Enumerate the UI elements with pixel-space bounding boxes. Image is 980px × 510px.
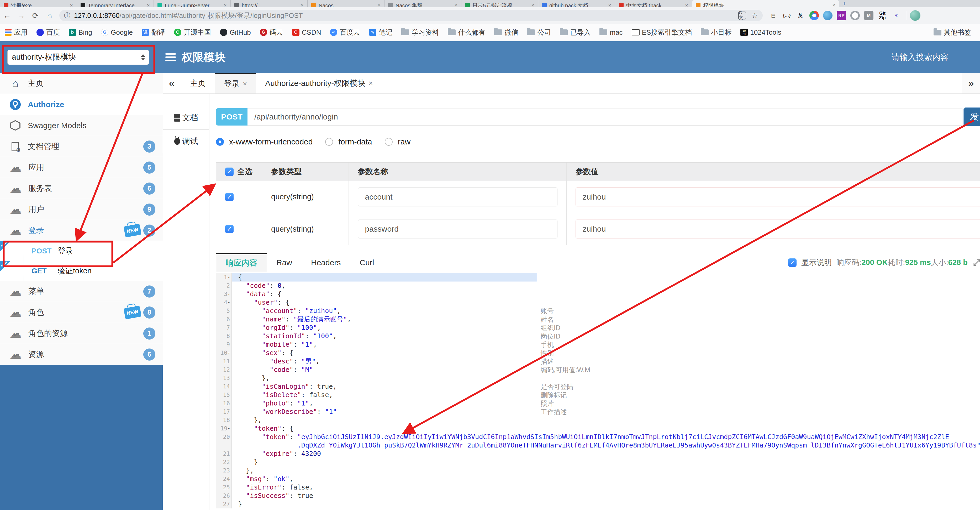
sidebar-item-Authorize[interactable]: Authorize xyxy=(0,94,163,115)
browser-tab[interactable]: https://...× xyxy=(231,0,308,7)
bookmark-star-icon[interactable]: ☆ xyxy=(751,11,758,20)
bookmark-item[interactable]: GitHub xyxy=(220,29,251,37)
translate-icon[interactable]: G文 xyxy=(738,11,746,19)
browser-tab[interactable]: Luna - JumpServer× xyxy=(154,0,231,7)
translate-en-extension-icon[interactable]: 英 xyxy=(796,11,805,20)
bookmark-item[interactable]: ✎笔记 xyxy=(369,28,392,37)
bookmark-item[interactable]: 微信 xyxy=(494,28,518,37)
browser-tab[interactable]: Temporary Interface× xyxy=(77,0,154,7)
browser-tab[interactable]: github pack 文档× xyxy=(538,0,615,7)
tab-close-icon[interactable]: × xyxy=(70,2,73,8)
doc-tab-主页[interactable]: 主页 xyxy=(181,73,215,94)
chrome-extension-icon[interactable] xyxy=(810,11,819,20)
param-value-input[interactable]: zuihou xyxy=(576,188,980,206)
bookmark-item[interactable]: ES搜索引擎文档 xyxy=(632,28,692,37)
gitzip-extension-icon[interactable]: Git Zip xyxy=(878,11,887,20)
tab-close-icon[interactable]: × xyxy=(243,80,247,88)
checkbox-checked-icon[interactable]: ✓ xyxy=(225,167,234,176)
send-button[interactable]: 发 xyxy=(964,107,980,126)
tab-close-icon[interactable]: × xyxy=(147,2,150,8)
header-search-input[interactable]: 请输入搜索内容 xyxy=(892,52,948,63)
radio-form-data[interactable] xyxy=(325,138,333,146)
tab-close-icon[interactable]: × xyxy=(369,79,373,88)
param-name-input[interactable]: account xyxy=(358,188,557,206)
sidebar-item-资源[interactable]: ☁API资源6 xyxy=(0,344,163,365)
collapse-right-icon[interactable]: » xyxy=(962,73,980,94)
bookmark-item-other[interactable]: 其他书签 xyxy=(931,24,971,41)
response-tab-Curl[interactable]: Curl xyxy=(350,253,383,272)
back-icon[interactable]: ← xyxy=(0,11,14,20)
tab-close-icon[interactable]: × xyxy=(377,2,380,8)
bookmark-item[interactable]: bBing xyxy=(69,29,92,37)
bookmark-item[interactable]: CCSDN xyxy=(292,29,321,37)
bookmark-item[interactable]: G码云 xyxy=(260,28,283,37)
bookmark-item[interactable]: 译翻译 xyxy=(142,28,165,37)
fold-arrow-icon[interactable]: ▾ xyxy=(228,301,230,304)
tab-close-icon[interactable]: × xyxy=(224,2,227,8)
row-checkbox[interactable]: ✓ xyxy=(225,193,234,201)
globe-extension-icon[interactable] xyxy=(823,11,832,20)
ring-extension-icon[interactable] xyxy=(850,11,860,20)
hamburger-menu-icon[interactable] xyxy=(165,53,176,61)
braces-extension-icon[interactable]: {…} xyxy=(782,11,792,20)
sidebar-item-文档管理[interactable]: 文档管理3 xyxy=(0,136,163,157)
shield-m-extension-icon[interactable]: M xyxy=(864,11,873,20)
sidebar-item-角色的资源[interactable]: ☁API角色的资源1 xyxy=(0,323,163,344)
tab-close-icon[interactable]: × xyxy=(832,2,835,8)
browser-tab[interactable]: 中文文档 (pack× xyxy=(615,0,692,7)
browser-tab[interactable]: 日常5元指定流程× xyxy=(461,0,538,7)
tab-close-icon[interactable]: × xyxy=(531,2,535,8)
page-extension-icon[interactable]: ▤ xyxy=(768,11,778,20)
reload-icon[interactable]: ⟳ xyxy=(29,11,43,20)
asterisk-extension-icon[interactable]: ✱ xyxy=(891,11,901,20)
sidebar-item-角色[interactable]: ☁API角色NEW8 xyxy=(0,302,163,323)
response-json-editor[interactable]: 1▾{2 "code": 0,3▾ "data": {4▾ "user": {账… xyxy=(216,272,980,510)
forward-icon[interactable]: → xyxy=(14,11,29,20)
browser-tab[interactable]: Nacos× xyxy=(308,0,385,7)
browser-tab[interactable]: 注册/e2e× xyxy=(0,0,77,7)
bookmark-item[interactable]: 已导入 xyxy=(560,28,590,37)
module-select-dropdown[interactable]: authority-权限模块 xyxy=(7,49,149,65)
bookmark-item[interactable]: 应用 xyxy=(5,28,27,37)
response-tab-响应内容[interactable]: 响应内容 xyxy=(216,253,267,272)
bookmark-item[interactable]: 什么都有 xyxy=(448,28,485,37)
row-checkbox[interactable]: ✓ xyxy=(225,225,234,233)
fold-arrow-icon[interactable]: ▾ xyxy=(228,276,230,279)
request-url-input[interactable]: /api/authority/anno/login xyxy=(248,108,963,126)
doc-tab-Authorize-authority-权限模块[interactable]: Authorize-authority-权限模块× xyxy=(256,73,382,94)
mini-tab-文档[interactable]: 文档 xyxy=(163,106,209,129)
mini-tab-调试[interactable]: 调试 xyxy=(163,129,209,153)
bookmark-item[interactable]: 10 241024Tools xyxy=(740,29,781,37)
fold-arrow-icon[interactable]: ▾ xyxy=(228,292,230,296)
bookmark-item[interactable]: 小目标 xyxy=(701,28,732,37)
show-desc-checkbox[interactable]: ✓ xyxy=(788,258,797,267)
sidebar-item-应用[interactable]: ☁API应用5 xyxy=(0,157,163,178)
tab-close-icon[interactable]: × xyxy=(454,2,457,8)
tab-close-icon[interactable]: × xyxy=(685,2,688,8)
bookmark-item[interactable]: 百度 xyxy=(37,28,60,37)
tab-close-icon[interactable]: × xyxy=(608,2,611,8)
rp-extension-icon[interactable]: RP xyxy=(837,11,846,20)
sidebar-subitem-登录[interactable]: NEWPOST登录 xyxy=(0,241,163,261)
fold-arrow-icon[interactable]: ▾ xyxy=(228,427,230,431)
sidebar-item-菜单[interactable]: ☁API菜单7 xyxy=(0,281,163,302)
bookmark-item[interactable]: 学习资料 xyxy=(401,28,439,37)
bookmark-item[interactable]: ∞百度云 xyxy=(330,28,360,37)
bookmark-item[interactable]: mac xyxy=(600,29,622,37)
param-value-input[interactable]: zuihou xyxy=(576,220,980,239)
new-tab-button[interactable]: + xyxy=(839,0,850,7)
radio-raw[interactable] xyxy=(385,138,393,146)
response-tab-Raw[interactable]: Raw xyxy=(267,253,302,272)
fold-arrow-icon[interactable]: ▾ xyxy=(228,351,230,355)
sidebar-subitem-验证token[interactable]: NEWGET验证token xyxy=(0,261,163,281)
tab-close-icon[interactable]: × xyxy=(301,2,304,8)
browser-tab[interactable]: 权限模块× xyxy=(692,0,839,7)
fullscreen-expand-icon[interactable] xyxy=(972,258,980,267)
doc-tab-登录[interactable]: 登录× xyxy=(215,73,256,94)
sidebar-item-服务表[interactable]: ☁API服务表6 xyxy=(0,178,163,199)
bookmark-item[interactable]: GGoogle xyxy=(101,29,133,37)
bookmark-item[interactable]: C开源中国 xyxy=(174,28,211,37)
bookmark-item[interactable]: 公司 xyxy=(527,28,551,37)
sidebar-item-主页[interactable]: ⌂主页 xyxy=(0,73,163,94)
collapse-left-icon[interactable]: « xyxy=(163,73,181,94)
